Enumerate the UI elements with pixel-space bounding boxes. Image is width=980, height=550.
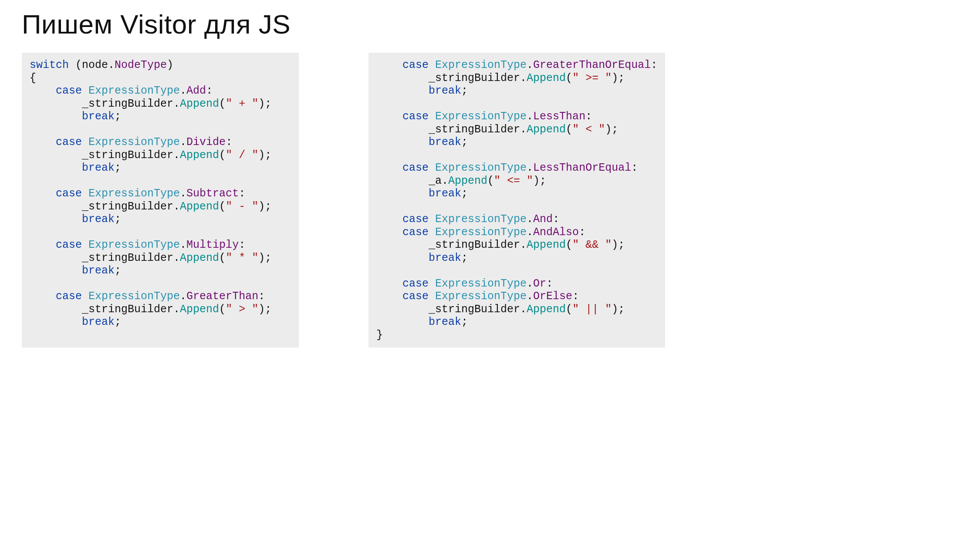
code-block-right: case ExpressionType.GreaterThanOrEqual: … bbox=[368, 53, 665, 348]
expr-node: node bbox=[82, 59, 108, 71]
kw-switch: switch bbox=[30, 59, 69, 71]
slide: Пишем Visitor для JS switch (node.NodeTy… bbox=[0, 0, 980, 369]
code-columns: switch (node.NodeType) { case Expression… bbox=[22, 53, 958, 348]
slide-title: Пишем Visitor для JS bbox=[22, 9, 958, 40]
code-block-left: switch (node.NodeType) { case Expression… bbox=[22, 53, 299, 348]
prop-nodetype: NodeType bbox=[115, 59, 167, 71]
